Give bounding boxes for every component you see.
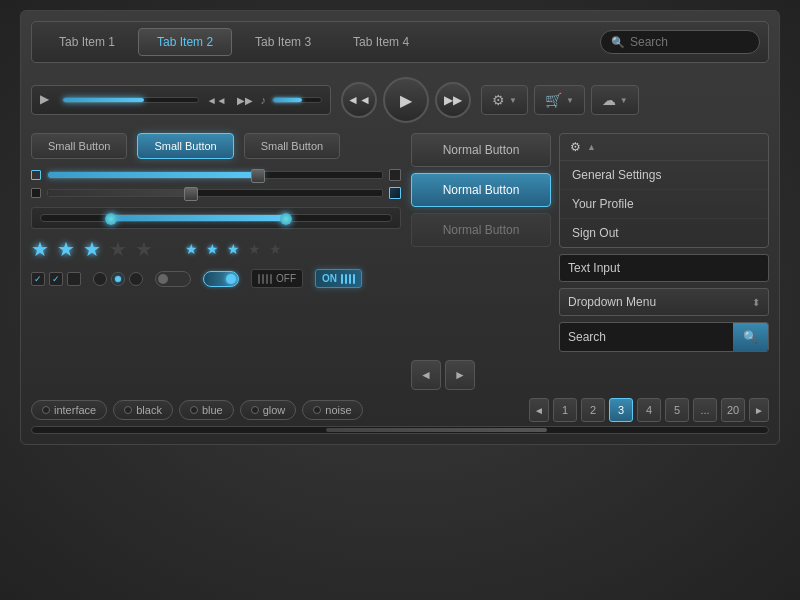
next-button[interactable]: ► [445,360,475,390]
checkbox-checked-2[interactable]: ✓ [49,272,63,286]
gear-dropdown-button[interactable]: ⚙ ▼ [481,85,528,115]
scrollbar-horizontal[interactable] [31,426,769,434]
row1: ▶ ◄◄ ▶▶ ♪ ◄◄ ▶ ▶▶ ⚙ ▼ 🛒 ▼ [31,77,769,123]
tl6 [345,274,347,284]
text-input[interactable] [559,254,769,282]
tab-item-4[interactable]: Tab Item 4 [334,28,428,56]
checkbox-checked-1[interactable]: ✓ [31,272,45,286]
star-2[interactable]: ★ [57,237,75,261]
page-ellipsis: ... [693,398,717,422]
search-box: 🔍 [559,322,769,352]
star-small-4[interactable]: ★ [248,241,261,257]
toggle-on[interactable]: ON [315,269,362,288]
tl4 [270,274,272,284]
tl8 [353,274,355,284]
sliders-section [31,169,401,199]
tag-radio-black [124,406,132,414]
search-button[interactable]: 🔍 [733,323,768,351]
normal-button-1[interactable]: Normal Button [411,133,551,167]
tab-item-3[interactable]: Tab Item 3 [236,28,330,56]
slider-track-2[interactable] [47,189,383,197]
tab-item-2[interactable]: Tab Item 2 [138,28,232,56]
gear-menu-item-profile[interactable]: Your Profile [560,190,768,219]
tag-noise[interactable]: noise [302,400,362,420]
radio-1[interactable] [93,272,107,286]
dropdown-select[interactable]: Dropdown Menu ⬍ [559,288,769,316]
radio-2[interactable] [111,272,125,286]
toggle-lines-off [258,274,272,284]
checkbox-1[interactable] [389,169,401,181]
tab-item-1[interactable]: Tab Item 1 [40,28,134,56]
range-thumb-left[interactable] [105,213,117,225]
cloud-dropdown-button[interactable]: ☁ ▼ [591,85,639,115]
pagination: ◄ 1 2 3 4 5 ... 20 ► [529,398,769,422]
tag-noise-label: noise [325,404,351,416]
gear-menu-item-general[interactable]: General Settings [560,161,768,190]
page-5[interactable]: 5 [665,398,689,422]
transport-next-button[interactable]: ▶▶ [435,82,471,118]
range-slider-track[interactable] [40,214,392,222]
range-slider-container [31,207,401,229]
prev-button[interactable]: ◄ [411,360,441,390]
pagination-next[interactable]: ► [749,398,769,422]
small-button-1[interactable]: Small Button [31,133,127,159]
transport-play-button[interactable]: ▶ [383,77,429,123]
star-small-2[interactable]: ★ [206,241,219,257]
toggle-on-label: ON [322,273,337,284]
checkbox-checked-3[interactable] [67,272,81,286]
radio-3[interactable] [129,272,143,286]
tag-radio-glow [251,406,259,414]
small-button-3[interactable]: Small Button [244,133,340,159]
gear-menu-header[interactable]: ⚙ ▲ [560,134,768,161]
page-3[interactable]: 3 [609,398,633,422]
slider-icon-2 [31,188,41,198]
tag-blue[interactable]: blue [179,400,234,420]
rewind-button[interactable]: ◄◄ [205,95,229,106]
cloud-icon: ☁ [602,92,616,108]
star-small-5[interactable]: ★ [269,241,282,257]
normal-button-2[interactable]: Normal Button [411,173,551,207]
range-thumb-right[interactable] [280,213,292,225]
switch-on[interactable] [203,271,239,287]
slider-thumb-1[interactable] [251,169,265,183]
slider-fill-2 [48,190,198,196]
slider-thumb-2[interactable] [184,187,198,201]
media-play-button[interactable]: ▶ [40,92,56,108]
scrollbar-h-thumb[interactable] [326,428,547,432]
toggle-off[interactable]: OFF [251,269,303,288]
tab-search-input[interactable] [630,35,750,49]
star-1[interactable]: ★ [31,237,49,261]
slider-track-1[interactable] [47,171,383,179]
pagination-prev[interactable]: ◄ [529,398,549,422]
cart-dropdown-button[interactable]: 🛒 ▼ [534,85,585,115]
page-4[interactable]: 4 [637,398,661,422]
checkboxes-group: ✓ ✓ [31,272,81,286]
star-3[interactable]: ★ [83,237,101,261]
toggle-off-label: OFF [276,273,296,284]
switch-off[interactable] [155,271,191,287]
transport-prev-button[interactable]: ◄◄ [341,82,377,118]
star-5[interactable]: ★ [135,237,153,261]
tag-glow[interactable]: glow [240,400,297,420]
page-2[interactable]: 2 [581,398,605,422]
volume-track[interactable] [272,97,322,103]
tag-interface[interactable]: interface [31,400,107,420]
forward-button[interactable]: ▶▶ [235,95,255,106]
progress-track[interactable] [62,97,199,103]
prev-next-buttons: ◄ ► [411,360,475,390]
tag-black[interactable]: black [113,400,173,420]
checkbox-2[interactable] [389,187,401,199]
star-4[interactable]: ★ [109,237,127,261]
transport-buttons: ◄◄ ▶ ▶▶ [341,77,471,123]
small-button-2[interactable]: Small Button [137,133,233,159]
star-small-3[interactable]: ★ [227,241,240,257]
gear-menu-item-signout[interactable]: Sign Out [560,219,768,247]
scrollbar-row [31,426,769,434]
normal-button-3[interactable]: Normal Button [411,213,551,247]
gear-dropdown-arrow: ▼ [509,96,517,105]
star-small-1[interactable]: ★ [185,241,198,257]
search-input[interactable] [560,323,733,351]
bottom-row: interface black blue glow noise ◄ 1 [31,398,769,422]
page-1[interactable]: 1 [553,398,577,422]
page-20[interactable]: 20 [721,398,745,422]
